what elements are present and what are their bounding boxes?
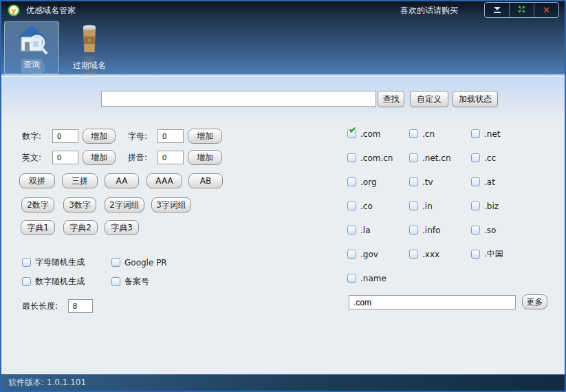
tld-item-info[interactable]: ✔ .info — [409, 225, 471, 235]
checkbox-icon[interactable]: ✔ — [347, 153, 356, 162]
toolbar-query-button[interactable]: 查询 — [4, 21, 59, 74]
options-grid: ✔ 字母随机生成 ✔ Google PR ✔ 数字随机生成 ✔ 备案号 — [22, 257, 208, 296]
pattern-2digit-button[interactable]: 2数字 — [21, 197, 54, 213]
pattern-3charword-button[interactable]: 3字词组 — [151, 197, 191, 213]
checkbox-icon[interactable]: ✔ — [471, 250, 480, 259]
digits-add-button[interactable]: 增加 — [83, 129, 116, 144]
checkbox-icon[interactable]: ✔ — [471, 153, 480, 162]
more-tlds-button[interactable]: 更多 — [522, 294, 547, 309]
pattern-aa-button[interactable]: AA — [105, 173, 139, 188]
titlebar[interactable]: y 优感域名管家 喜欢的话请购买 — [1, 1, 565, 19]
tld-item-org[interactable]: ✔ .org — [347, 177, 409, 187]
option-label: 备案号 — [124, 276, 149, 287]
max-length-label: 最长长度: — [22, 299, 58, 314]
dictionary-1-button[interactable]: 字典1 — [21, 220, 55, 235]
checkbox-icon[interactable]: ✔ — [409, 129, 418, 138]
pinyin-label: 拼音: — [128, 151, 147, 165]
tld-item-in[interactable]: ✔ .in — [409, 201, 471, 211]
tld-item-tv[interactable]: ✔ .tv — [409, 177, 471, 187]
tld-item-xxx[interactable]: ✔ .xxx — [409, 249, 471, 259]
counter-row-2: 英文: 增加 拼音: 增加 — [22, 151, 249, 166]
checkbox-icon[interactable]: ✔ — [347, 226, 356, 235]
checkbox-icon[interactable]: ✔ — [409, 250, 418, 259]
checkbox-icon[interactable]: ✔ — [409, 177, 418, 186]
checkbox-icon[interactable]: ✔ — [409, 226, 418, 235]
letters-add-button[interactable]: 增加 — [188, 129, 222, 144]
option-label: 数字随机生成 — [35, 276, 85, 287]
pattern-aaa-button[interactable]: AAA — [146, 173, 182, 188]
tld-item-cc[interactable]: ✔ .cc — [471, 153, 554, 163]
english-add-button[interactable]: 增加 — [83, 150, 116, 165]
pattern-3digit-button[interactable]: 3数字 — [63, 197, 96, 213]
shrink-icon — [517, 3, 526, 17]
checkbox-icon[interactable]: ✔ — [347, 177, 356, 186]
toolbar-expired-button[interactable]: 过期域名 — [62, 21, 117, 74]
tld-item-cn[interactable]: ✔ .cn — [409, 129, 471, 139]
tld-item-at[interactable]: ✔ .at — [471, 177, 554, 187]
digits-count-input[interactable] — [52, 129, 78, 143]
tld-item-co[interactable]: ✔ .co — [347, 201, 409, 211]
tld-label: .co — [360, 202, 373, 211]
find-button[interactable]: 查找 — [378, 91, 404, 107]
checkbox-icon[interactable]: ✔ — [471, 177, 480, 186]
max-length-input[interactable] — [68, 299, 93, 313]
tld-label: .cn — [422, 129, 435, 139]
checkbox-icon[interactable]: ✔ — [22, 258, 31, 267]
checkbox-icon[interactable]: ✔ — [347, 274, 356, 283]
checkbox-icon[interactable]: ✔ — [347, 202, 356, 210]
tld-item-so[interactable]: ✔ .so — [471, 225, 554, 235]
tld-label: .net — [484, 129, 501, 139]
checkbox-icon[interactable]: ✔ — [22, 277, 31, 286]
custom-tld-input[interactable] — [349, 295, 516, 309]
pattern-2charword-button[interactable]: 2字词组 — [105, 197, 144, 213]
tld-item-zhongguo[interactable]: ✔ .中国 — [471, 249, 554, 259]
minimize-icon — [492, 3, 502, 17]
english-count-input[interactable] — [52, 151, 78, 164]
pattern-ab-button[interactable]: AB — [188, 173, 223, 188]
tld-label: .gov — [360, 250, 378, 259]
close-button[interactable]: ✕ — [534, 3, 558, 17]
tld-label: .中国 — [484, 248, 503, 260]
option-letter-random[interactable]: ✔ 字母随机生成 — [22, 257, 111, 268]
shrink-button[interactable] — [510, 3, 534, 17]
app-logo-icon: y — [8, 4, 20, 17]
search-input[interactable] — [101, 91, 376, 107]
pinyin-add-button[interactable]: 增加 — [188, 150, 222, 165]
tld-item-net-cn[interactable]: ✔ .net.cn — [409, 153, 471, 163]
checkbox-icon[interactable]: ✔ — [409, 202, 418, 210]
tld-item-net[interactable]: ✔ .net — [471, 129, 554, 139]
tld-item-gov[interactable]: ✔ .gov — [347, 249, 409, 259]
checkbox-icon[interactable]: ✔ — [347, 250, 356, 259]
tld-item-biz[interactable]: ✔ .biz — [471, 201, 554, 211]
close-icon: ✕ — [543, 6, 550, 14]
pattern-sanpin-button[interactable]: 三拼 — [62, 173, 98, 188]
checkbox-icon[interactable]: ✔ — [471, 202, 480, 210]
tld-item-la[interactable]: ✔ .la — [347, 225, 409, 235]
pattern-shuangpin-button[interactable]: 双拼 — [19, 173, 55, 188]
checkbox-icon[interactable]: ✔ — [409, 153, 418, 162]
checkbox-icon[interactable]: ✔ — [471, 129, 480, 138]
dictionary-2-button[interactable]: 字典2 — [63, 220, 98, 235]
dictionary-3-button[interactable]: 字典3 — [105, 220, 139, 235]
tld-item-com[interactable]: ✔ .com — [347, 129, 409, 139]
load-status-button[interactable]: 加载状态 — [453, 91, 498, 107]
checkbox-icon[interactable]: ✔ — [111, 258, 120, 267]
option-google-pr[interactable]: ✔ Google PR — [111, 257, 208, 268]
tld-item-name[interactable]: ✔ .name — [347, 273, 409, 283]
option-number-random[interactable]: ✔ 数字随机生成 — [22, 276, 111, 287]
checkbox-icon[interactable]: ✔ — [347, 129, 356, 138]
letters-count-input[interactable] — [157, 129, 184, 143]
tld-item-com-cn[interactable]: ✔ .com.cn — [347, 153, 409, 163]
tld-label: .net.cn — [422, 153, 451, 163]
counter-row-1: 数字: 增加 字母: 增加 — [22, 129, 249, 144]
tld-label: .name — [360, 274, 387, 283]
minimize-button[interactable] — [485, 3, 509, 17]
custom-button[interactable]: 自定义 — [410, 91, 448, 107]
checkbox-icon[interactable]: ✔ — [111, 277, 120, 286]
option-icp-record[interactable]: ✔ 备案号 — [111, 276, 208, 287]
pinyin-count-input[interactable] — [157, 151, 184, 164]
checkbox-icon[interactable]: ✔ — [471, 226, 480, 235]
tld-grid: ✔ .com ✔ .cn ✔ .net ✔ .com.cn ✔ .net.cn … — [347, 129, 554, 297]
tld-label: .org — [360, 177, 377, 187]
english-label: 英文: — [22, 151, 41, 165]
